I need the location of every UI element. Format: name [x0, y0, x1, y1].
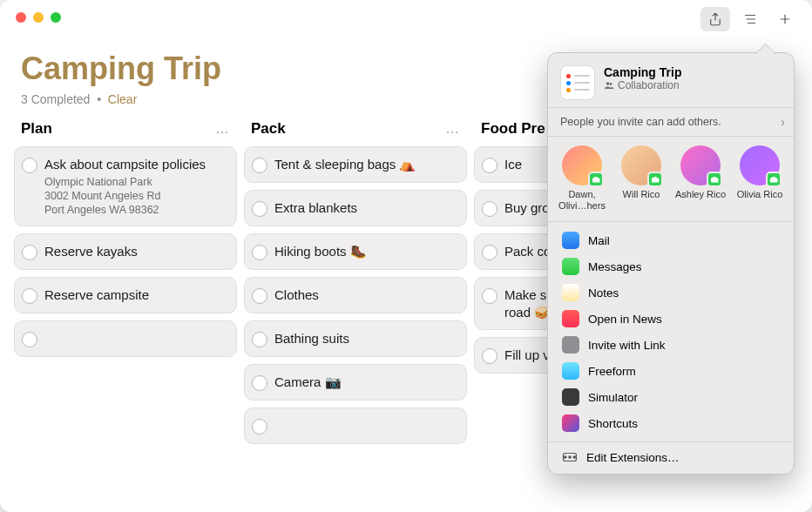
- messages-badge-icon: [647, 172, 663, 187]
- share-contact[interactable]: Olivia Rico: [731, 145, 788, 211]
- complete-toggle[interactable]: [252, 288, 267, 304]
- minimize-window-button[interactable]: [33, 12, 44, 23]
- new-reminder-button[interactable]: [770, 7, 800, 31]
- reminders-window: Camping Trip 3 Completed • Clear Plan …A…: [0, 0, 812, 512]
- close-window-button[interactable]: [16, 12, 26, 23]
- reminder-card[interactable]: Ask about campsite policiesOlympic Natio…: [14, 146, 237, 226]
- app-icon: [562, 258, 579, 275]
- reminder-title: Hiking boots 🥾: [274, 243, 457, 260]
- share-app-row[interactable]: Invite with Link: [555, 332, 787, 358]
- app-label: Notes: [588, 286, 619, 300]
- contact-name: Ashley Rico: [672, 189, 729, 200]
- reminder-title: Camera 📷: [274, 374, 457, 391]
- invite-note: People you invite can add others.: [560, 116, 721, 128]
- svg-point-4: [573, 456, 575, 458]
- reminder-card[interactable]: Tent & sleeping bags ⛺️: [244, 146, 467, 183]
- share-popover: Camping Trip Collaboration People you in…: [547, 52, 795, 475]
- app-label: Shortcuts: [588, 417, 638, 430]
- reminder-card[interactable]: Hiking boots 🥾: [244, 233, 467, 270]
- reminder-title: Bathing suits: [274, 330, 457, 347]
- share-button[interactable]: [700, 7, 730, 31]
- svg-point-0: [606, 82, 610, 85]
- app-icon: [562, 388, 579, 406]
- contact-name: Olivia Rico: [731, 189, 788, 200]
- chevron-right-icon: ›: [781, 115, 785, 129]
- share-header: Camping Trip Collaboration: [548, 53, 794, 107]
- column-more-button[interactable]: …: [215, 121, 230, 137]
- app-label: Invite with Link: [588, 339, 666, 352]
- complete-toggle[interactable]: [482, 158, 497, 173]
- complete-toggle[interactable]: [252, 201, 267, 217]
- share-app-row[interactable]: Notes: [555, 280, 787, 306]
- reminder-title: [44, 330, 227, 346]
- reminder-card[interactable]: [244, 408, 467, 444]
- reminder-card[interactable]: Clothes: [244, 277, 467, 313]
- complete-toggle[interactable]: [252, 375, 267, 391]
- complete-toggle[interactable]: [252, 332, 267, 347]
- app-label: Freeform: [588, 365, 636, 378]
- avatar: [740, 145, 780, 185]
- complete-toggle[interactable]: [482, 201, 497, 217]
- column-title: Plan: [21, 120, 52, 138]
- column-header: Pack …: [244, 115, 467, 146]
- zoom-window-button[interactable]: [51, 12, 61, 23]
- reminder-card[interactable]: Extra blankets: [244, 190, 467, 226]
- reminder-title: Tent & sleeping bags ⛺️: [274, 156, 457, 173]
- svg-point-2: [565, 456, 566, 458]
- complete-toggle[interactable]: [482, 245, 497, 260]
- share-subtitle: Collaboration: [604, 79, 681, 91]
- app-label: Messages: [588, 260, 642, 273]
- reminder-card[interactable]: Reserve campsite: [14, 277, 237, 313]
- app-icon: [562, 232, 579, 249]
- share-contact[interactable]: Dawn, Olivi…hers: [553, 145, 611, 211]
- svg-point-3: [569, 456, 571, 458]
- complete-toggle[interactable]: [22, 288, 37, 304]
- complete-toggle[interactable]: [252, 158, 267, 173]
- column-more-button[interactable]: …: [445, 121, 460, 137]
- share-app-row[interactable]: Freeform: [555, 358, 787, 384]
- contact-name: Will Rico: [612, 189, 670, 200]
- reminder-title: Clothes: [274, 286, 457, 304]
- messages-badge-icon: [766, 172, 782, 187]
- app-label: Mail: [588, 234, 610, 247]
- complete-toggle[interactable]: [22, 158, 37, 173]
- share-contact[interactable]: Ashley Rico: [672, 145, 729, 211]
- more-options-icon: [562, 449, 578, 465]
- contact-name: Dawn, Olivi…hers: [553, 189, 611, 211]
- share-contact[interactable]: Will Rico: [612, 145, 670, 211]
- reminder-title: Ask about campsite policiesOlympic Natio…: [44, 156, 227, 217]
- avatar: [562, 145, 602, 185]
- complete-toggle[interactable]: [252, 419, 267, 435]
- reminder-card[interactable]: [14, 320, 237, 357]
- plus-icon: [777, 11, 793, 27]
- reminder-note: Olympic National Park 3002 Mount Angeles…: [44, 175, 227, 218]
- share-app-row[interactable]: Simulator: [555, 384, 787, 410]
- column: Pack …Tent & sleeping bags ⛺️Extra blank…: [244, 115, 467, 451]
- share-app-row[interactable]: Mail: [555, 227, 787, 253]
- complete-toggle[interactable]: [22, 332, 37, 347]
- edit-extensions-button[interactable]: Edit Extensions…: [548, 442, 794, 468]
- reminder-card[interactable]: Bathing suits: [244, 320, 467, 357]
- view-options-button[interactable]: [735, 7, 765, 31]
- app-icon: [562, 362, 579, 380]
- share-app-row[interactable]: Shortcuts: [555, 410, 787, 436]
- share-app-row[interactable]: Messages: [555, 253, 787, 280]
- complete-toggle[interactable]: [482, 288, 497, 304]
- complete-toggle[interactable]: [482, 348, 497, 364]
- clear-completed-button[interactable]: Clear: [108, 92, 137, 106]
- complete-toggle[interactable]: [252, 245, 267, 260]
- app-label: Open in News: [588, 313, 662, 326]
- invite-settings-row[interactable]: People you invite can add others. ›: [548, 107, 794, 137]
- list-icon: [742, 11, 758, 27]
- column-header: Plan …: [14, 115, 237, 146]
- reminder-title: [274, 417, 457, 433]
- people-icon: [604, 80, 614, 91]
- reminder-title: Reserve campsite: [44, 286, 227, 304]
- list-thumbnail-icon: [560, 65, 595, 100]
- share-title: Camping Trip: [604, 65, 681, 79]
- avatar: [680, 145, 721, 185]
- reminder-card[interactable]: Camera 📷: [244, 364, 467, 401]
- complete-toggle[interactable]: [22, 245, 37, 260]
- reminder-card[interactable]: Reserve kayaks: [14, 233, 237, 270]
- share-app-row[interactable]: Open in News: [555, 306, 787, 332]
